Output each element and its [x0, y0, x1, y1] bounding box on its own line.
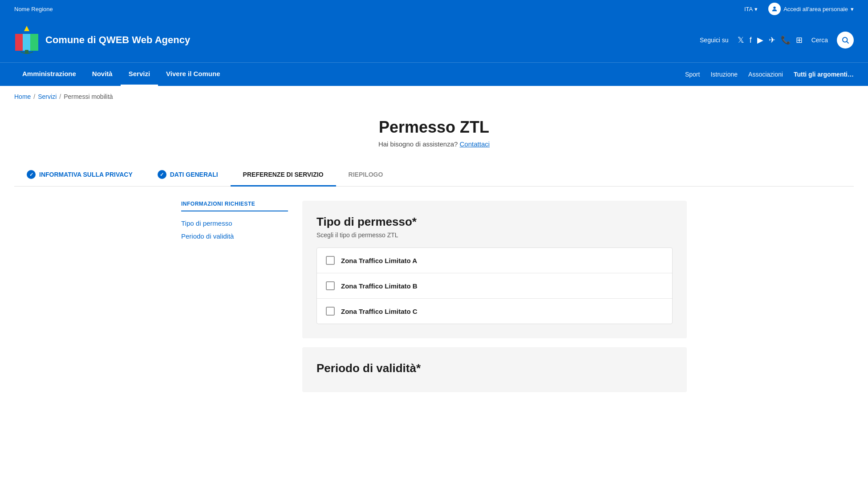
sidebar: INFORMAZIONI RICHIESTE Tipo di permesso … [181, 201, 288, 401]
nav-right-associazioni[interactable]: Associazioni [748, 71, 783, 78]
tipo-permesso-card: Tipo di permesso* Scegli il tipo di perm… [302, 201, 687, 338]
step-dati-check: ✓ [158, 170, 166, 179]
breadcrumb-home[interactable]: Home [14, 93, 31, 100]
periodo-validita-card: Periodo di validità* [302, 347, 687, 392]
nav-right-istruzione[interactable]: Istruzione [710, 71, 738, 78]
page-title-section: Permesso ZTL Hai bisogno di assistenza? … [0, 107, 868, 153]
nav-item-novita[interactable]: Novità [84, 63, 121, 86]
checkbox-zona-c[interactable] [326, 307, 335, 316]
nav-left: Amministrazione Novità Servizi Vivere il… [14, 63, 228, 86]
top-bar-right: ITA ▾ Accedi all'area personale ▾ [744, 3, 854, 15]
language-selector[interactable]: ITA ▾ [744, 6, 758, 12]
sidebar-link-tipo[interactable]: Tipo di permesso [181, 217, 288, 230]
sidebar-section-title: INFORMAZIONI RICHIESTE [181, 201, 288, 211]
svg-point-7 [843, 37, 848, 42]
nav-item-servizi[interactable]: Servizi [121, 63, 158, 86]
svg-rect-2 [15, 34, 23, 51]
step-riepilogo[interactable]: RIEPILOGO [336, 164, 396, 187]
facebook-icon[interactable]: f [750, 36, 752, 45]
step-preferenze[interactable]: PREFERENZE DI SERVIZIO [231, 164, 336, 187]
svg-point-0 [773, 7, 775, 9]
svg-marker-5 [24, 26, 29, 31]
main-content: INFORMAZIONI RICHIESTE Tipo di permesso … [167, 187, 701, 415]
option-zona-a[interactable]: Zona Traffico Limitato A [317, 248, 672, 273]
youtube-icon[interactable]: ▶ [757, 35, 763, 45]
nav-item-amministrazione[interactable]: Amministrazione [14, 63, 84, 86]
region-name: Nome Regione [14, 6, 53, 12]
checkbox-zona-b[interactable] [326, 281, 335, 290]
search-button[interactable] [837, 32, 854, 49]
login-chevron-icon: ▾ [851, 6, 854, 12]
tipo-permesso-options: Zona Traffico Limitato A Zona Traffico L… [316, 247, 673, 324]
svg-rect-4 [30, 34, 38, 51]
nav-right: Sport Istruzione Associazioni Tutti gli … [685, 71, 854, 78]
option-zona-c[interactable]: Zona Traffico Limitato C [317, 299, 672, 324]
main-nav: Amministrazione Novità Servizi Vivere il… [0, 62, 868, 86]
option-zona-b[interactable]: Zona Traffico Limitato B [317, 273, 672, 299]
step-dati[interactable]: ✓ DATI GENERALI [145, 164, 231, 187]
seguici-label: Seguici su [700, 37, 729, 44]
svg-rect-6 [25, 50, 28, 53]
checkbox-zona-a[interactable] [326, 256, 335, 265]
nav-right-all-topics[interactable]: Tutti gli argomenti… [794, 71, 854, 78]
svg-rect-3 [23, 34, 30, 51]
tipo-permesso-title: Tipo di permesso* [316, 215, 673, 229]
nav-right-sport[interactable]: Sport [685, 71, 700, 78]
whatsapp-icon[interactable]: 📞 [781, 35, 791, 45]
assistance-text: Hai bisogno di assistenza? Contattaci [14, 140, 854, 148]
contact-link[interactable]: Contattaci [460, 140, 490, 148]
step-privacy-check: ✓ [27, 170, 36, 179]
search-icon [841, 36, 849, 44]
option-zona-c-label: Zona Traffico Limitato C [341, 308, 418, 315]
breadcrumb-servizi[interactable]: Servizi [38, 93, 57, 100]
option-zona-a-label: Zona Traffico Limitato A [341, 257, 417, 264]
login-button[interactable]: Accedi all'area personale ▾ [768, 3, 854, 15]
logo-area: Comune di QWEB Web Agency [14, 25, 190, 55]
breadcrumb: Home / Servizi / Permessi mobilità [0, 86, 868, 107]
twitter-icon[interactable]: 𝕏 [738, 35, 744, 45]
breadcrumb-sep-1: / [33, 93, 35, 100]
svg-line-8 [847, 41, 848, 43]
breadcrumb-sep-2: / [59, 93, 61, 100]
telegram-icon[interactable]: ✈ [769, 35, 775, 45]
breadcrumb-current: Permessi mobilità [64, 93, 113, 100]
form-area: Tipo di permesso* Scegli il tipo di perm… [302, 201, 687, 401]
header-right: Seguici su 𝕏 f ▶ ✈ 📞 ⊞ Cerca [700, 32, 854, 49]
periodo-validita-title: Periodo di validità* [316, 361, 673, 375]
logo-icon [14, 25, 39, 55]
top-bar: Nome Regione ITA ▾ Accedi all'area perso… [0, 0, 868, 18]
header: Comune di QWEB Web Agency Seguici su 𝕏 f… [0, 18, 868, 62]
step-privacy[interactable]: ✓ INFORMATIVA SULLA PRIVACY [14, 164, 145, 187]
rss-icon[interactable]: ⊞ [796, 35, 803, 45]
page-title: Permesso ZTL [14, 118, 854, 137]
option-zona-b-label: Zona Traffico Limitato B [341, 282, 418, 290]
lang-chevron-icon: ▾ [754, 6, 758, 12]
nav-item-vivere[interactable]: Vivere il Comune [158, 63, 228, 86]
tipo-permesso-subtitle: Scegli il tipo di permesso ZTL [316, 231, 673, 239]
avatar [768, 3, 781, 15]
stepper: ✓ INFORMATIVA SULLA PRIVACY ✓ DATI GENER… [14, 164, 854, 187]
site-title: Comune di QWEB Web Agency [45, 34, 190, 46]
cerca-label: Cerca [811, 37, 828, 44]
social-icons: 𝕏 f ▶ ✈ 📞 ⊞ [738, 35, 803, 45]
sidebar-link-periodo[interactable]: Periodo di validità [181, 230, 288, 243]
